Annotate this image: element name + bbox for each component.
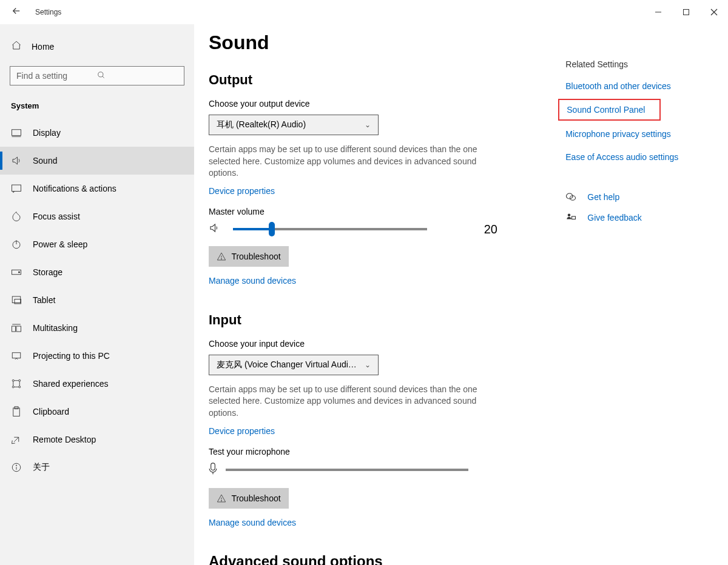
page-title: Sound [209,32,565,54]
sidebar-item-label: Remote Desktop [33,435,96,444]
mic-level-bar [226,469,468,471]
sidebar-item-display[interactable]: Display [0,119,194,147]
sidebar-item-notifications[interactable]: Notifications & actions [0,175,194,202]
output-device-dropdown[interactable]: 耳机 (Realtek(R) Audio) ⌄ [209,115,379,135]
input-hint: Certain apps may be set up to use differ… [209,384,482,420]
storage-icon [11,267,22,278]
sidebar-item-label: Multitasking [33,323,78,333]
related-settings: Related Settings Bluetooth and other dev… [565,59,704,565]
input-device-dropdown[interactable]: 麦克风 (Voice Changer Virtual Audio... ⌄ [209,355,379,375]
troubleshoot-label: Troubleshoot [231,493,280,503]
sidebar-item-label: 关于 [33,462,50,473]
close-button[interactable] [700,2,728,22]
svg-rect-41 [572,216,576,219]
get-help-link[interactable]: Get help [565,192,704,202]
maximize-button[interactable] [672,2,700,22]
svg-rect-16 [16,326,21,332]
svg-rect-27 [13,408,20,416]
svg-point-4 [98,72,103,76]
input-manage-link[interactable]: Manage sound devices [209,518,296,527]
category-header: System [0,98,194,119]
svg-point-19 [12,379,14,381]
home-label: Home [32,42,54,52]
svg-point-20 [19,379,21,381]
volume-slider[interactable] [233,228,427,230]
sidebar-item-sound[interactable]: Sound [0,147,194,175]
sidebar-item-power[interactable]: Power & sleep [0,230,194,258]
sidebar-item-label: Storage [33,267,62,277]
input-choose-label: Choose your input device [209,339,565,349]
sidebar-item-projecting[interactable]: Projecting to this PC [0,342,194,370]
sidebar-item-label: Notifications & actions [33,184,116,193]
master-volume-label: Master volume [209,207,565,216]
output-troubleshoot-button[interactable]: Troubleshoot [209,246,289,267]
related-bluetooth-link[interactable]: Bluetooth and other devices [565,81,704,91]
related-ease-link[interactable]: Ease of Access audio settings [565,152,704,162]
sidebar-item-tablet[interactable]: Tablet [0,286,194,314]
input-heading: Input [209,312,565,328]
chevron-down-icon: ⌄ [365,361,371,369]
svg-line-5 [103,76,104,78]
back-button[interactable] [8,3,24,22]
tablet-icon [11,295,22,306]
related-sound-control-panel-link[interactable]: Sound Control Panel [567,105,645,115]
title-bar: Settings [0,0,728,24]
window-controls [644,2,728,22]
help-label: Get help [587,192,619,202]
sidebar-item-remote[interactable]: Remote Desktop [0,426,194,453]
svg-rect-34 [211,463,215,470]
input-device-properties-link[interactable]: Device properties [209,426,275,436]
output-device-properties-link[interactable]: Device properties [209,186,275,196]
related-heading: Related Settings [565,59,704,69]
multitasking-icon [11,323,22,333]
svg-rect-1 [684,10,689,15]
related-mic-privacy-link[interactable]: Microphone privacy settings [565,129,704,139]
input-troubleshoot-button[interactable]: Troubleshoot [209,488,289,509]
clipboard-icon [11,406,22,417]
svg-point-40 [568,214,571,217]
chevron-down-icon: ⌄ [365,121,371,129]
svg-point-21 [12,386,14,388]
sidebar-item-label: Projecting to this PC [33,351,110,361]
svg-rect-8 [12,185,21,192]
app-title: Settings [35,8,61,16]
advanced-heading: Advanced sound options [209,553,565,565]
shared-icon [11,378,22,389]
sidebar-item-focus-assist[interactable]: Focus assist [0,202,194,230]
search-placeholder: Find a setting [16,71,97,81]
sidebar-item-storage[interactable]: Storage [0,258,194,286]
highlighted-link: Sound Control Panel [558,99,661,121]
about-icon [11,462,22,473]
svg-rect-18 [12,353,21,358]
svg-rect-6 [12,130,21,136]
volume-value: 20 [461,222,497,236]
sidebar-item-multitasking[interactable]: Multitasking [0,314,194,342]
svg-point-22 [19,386,21,388]
projecting-icon [11,350,22,361]
sidebar-item-label: Tablet [33,295,55,305]
microphone-icon [209,463,217,477]
output-manage-link[interactable]: Manage sound devices [209,276,296,286]
minimize-button[interactable] [644,2,672,22]
svg-point-12 [18,272,19,273]
sidebar-item-label: Clipboard [33,407,69,416]
sidebar-item-shared[interactable]: Shared experiences [0,370,194,398]
svg-point-38 [567,193,573,199]
troubleshoot-label: Troubleshoot [231,252,280,261]
give-feedback-link[interactable]: Give feedback [565,213,704,222]
search-input[interactable]: Find a setting [10,66,184,85]
feedback-label: Give feedback [587,213,642,222]
sidebar-item-label: Display [33,128,61,138]
sidebar-item-label: Power & sleep [33,239,87,249]
sidebar-item-label: Sound [33,156,57,165]
input-device-value: 麦克风 (Voice Changer Virtual Audio... [217,359,360,370]
svg-point-33 [221,258,222,259]
output-hint: Certain apps may be set up to use differ… [209,144,482,179]
svg-point-37 [221,500,222,501]
sidebar-item-clipboard[interactable]: Clipboard [0,398,194,426]
output-choose-label: Choose your output device [209,99,565,109]
sound-icon [11,155,22,166]
sidebar-item-about[interactable]: 关于 [0,453,194,481]
speaker-icon [209,222,220,236]
home-button[interactable]: Home [0,33,194,60]
